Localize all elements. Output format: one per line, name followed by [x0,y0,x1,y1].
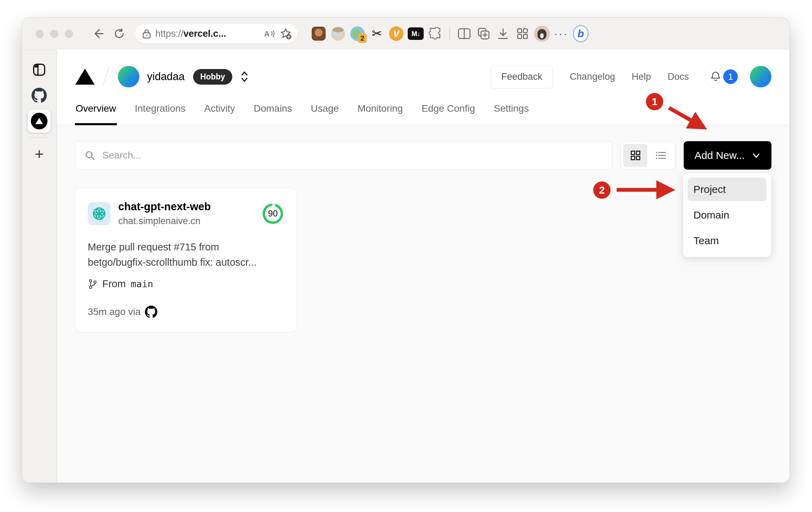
sidebar-pane-icon [32,63,46,77]
back-icon [92,27,104,40]
minimize-window-button[interactable] [50,30,58,38]
tab-usage[interactable]: Usage [310,98,339,125]
notifications-button[interactable]: 1 [704,66,741,88]
team-name[interactable]: yidadaa [147,70,185,83]
read-aloud-icon[interactable]: A [264,28,275,39]
clipper-extension-button[interactable]: ✂ [369,26,385,42]
back-button[interactable] [89,25,107,43]
annotation-step-2: 2 [593,181,611,199]
chevron-updown-icon [240,70,249,83]
collections-button[interactable] [476,26,492,42]
project-card-top: chat-gpt-next-web chat.simplenaive.cn 90 [88,200,284,227]
more-options-icon: ··· [554,28,569,40]
docs-link[interactable]: Docs [667,71,689,82]
branch-prefix: From [102,278,126,290]
deploy-time: 35m ago via [88,306,141,317]
close-window-button[interactable] [36,30,44,38]
profile-avatar [534,26,550,42]
refresh-icon [113,28,125,40]
split-screen-button[interactable] [456,26,472,42]
tab-overview[interactable]: Overview [75,98,117,125]
address-bar[interactable]: https://vercel.c... A [135,24,297,43]
list-view-icon [655,150,667,161]
lock-icon [142,28,151,39]
add-new-label: Add New... [694,150,745,161]
grid-view-icon [630,150,641,161]
help-link[interactable]: Help [632,71,651,82]
add-new-button[interactable]: Add New... [684,141,771,170]
bing-chat-icon: b [573,25,589,42]
feedback-button[interactable]: Feedback [491,65,553,88]
bell-icon [710,71,721,83]
window-body: + yidadaa Hobby Feedback [22,50,789,483]
add-favorite-icon[interactable] [279,27,292,40]
tab-vercel-active[interactable] [28,110,51,133]
project-name[interactable]: chat-gpt-next-web [118,200,262,213]
tampermonkey-extension-button[interactable] [311,26,327,42]
openai-logo-icon [92,206,107,221]
annotation-step-1: 1 [646,93,663,110]
plan-badge: Hobby [193,69,233,85]
score-ring[interactable]: 90 [262,203,284,225]
dropdown-item-domain[interactable]: Domain [688,203,767,227]
scissors-icon: ✂ [372,27,382,40]
view-toggle [621,141,675,170]
downloads-button[interactable] [495,26,511,42]
browser-window: https://vercel.c... A 2 ✂ V M↓ [21,17,790,483]
tab-monitoring[interactable]: Monitoring [357,98,404,125]
extensions-menu-button[interactable] [427,26,443,42]
notification-count-badge: 1 [723,69,738,84]
desktop-background: https://vercel.c... A 2 ✂ V M↓ [0,0,812,512]
proxy-badge: 2 [358,33,367,43]
deploy-meta: 35m ago via [88,306,284,318]
search-icon [84,150,95,161]
tab-activity[interactable]: Activity [204,98,236,125]
dropdown-item-team[interactable]: Team [688,229,767,253]
header-row: yidadaa Hobby Feedback Changelog Help Do… [75,60,771,93]
markdown-download-extension-button[interactable]: M↓ [408,26,424,42]
vertical-tab-bar: + [22,50,57,483]
dashboard-nav: Overview Integrations Activity Domains U… [75,98,771,125]
commit-line-2: betgo/bugfix-scrollthumb fix: autoscr... [88,255,284,270]
team-avatar[interactable] [118,66,139,87]
commit-message[interactable]: Merge pull request #715 from betgo/bugfi… [88,240,284,270]
vercel-dashboard-page: yidadaa Hobby Feedback Changelog Help Do… [57,50,789,483]
granny-extension-button[interactable] [330,26,346,42]
score-value: 90 [262,203,284,225]
svg-text:A: A [264,30,269,38]
v-extension-button[interactable]: V [388,26,404,42]
grid-view-button[interactable] [623,144,647,167]
search-input[interactable] [102,150,603,161]
puzzle-icon [429,27,442,40]
branch-name: main [131,279,153,289]
vercel-logo[interactable] [75,68,95,85]
dropdown-item-project[interactable]: Project [688,178,767,201]
more-options-button[interactable]: ··· [553,26,569,42]
branch-row: From main [88,278,284,290]
toggle-tab-pane-button[interactable] [28,58,51,81]
collections-add-icon [477,27,490,40]
apps-launcher-button[interactable] [515,26,530,42]
commit-line-1: Merge pull request #715 from [88,240,284,255]
team-switcher-button[interactable] [240,70,249,83]
user-avatar[interactable] [750,66,771,87]
tab-edge-config[interactable]: Edge Config [421,98,476,125]
vercel-favicon [31,113,47,129]
tab-domains[interactable]: Domains [253,98,293,125]
list-view-button[interactable] [649,144,673,167]
controls-row: Add New... [75,141,771,170]
zoom-window-button[interactable] [65,30,73,38]
project-domain[interactable]: chat.simplenaive.cn [118,216,262,227]
tab-settings[interactable]: Settings [493,98,529,125]
bing-chat-button[interactable]: b [573,26,589,42]
project-card[interactable]: chat-gpt-next-web chat.simplenaive.cn 90 [75,188,297,332]
tab-integrations[interactable]: Integrations [134,98,186,125]
refresh-button[interactable] [110,25,128,43]
plus-icon: + [35,146,44,162]
changelog-link[interactable]: Changelog [570,71,615,82]
tab-github[interactable] [28,84,51,107]
new-tab-button[interactable]: + [28,143,51,165]
browser-profile-button[interactable] [534,26,550,42]
tampermonkey-icon [312,27,326,41]
proxy-extension-button[interactable]: 2 [349,26,365,42]
